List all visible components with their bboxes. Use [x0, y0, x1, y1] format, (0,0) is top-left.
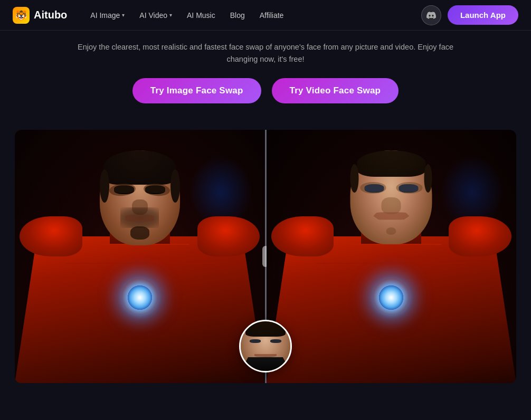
shoulder-right-right [449, 216, 511, 257]
logo[interactable]: 🐯 Aitubo [13, 7, 67, 24]
chevron-down-icon: ▾ [122, 12, 125, 18]
arc-reactor-left [128, 285, 152, 310]
try-video-face-swap-button[interactable]: Try Video Face Swap [272, 78, 399, 103]
cta-buttons: Try Image Face Swap Try Video Face Swap [21, 78, 510, 103]
scene-left [15, 130, 265, 383]
face-shape-left [100, 150, 180, 245]
face-area-left [95, 150, 185, 253]
nav-item-blog[interactable]: Blog [224, 8, 251, 23]
nav-item-ai-music[interactable]: AI Music [181, 8, 222, 23]
swap-source-avatar [239, 320, 292, 373]
try-image-face-swap-button[interactable]: Try Image Face Swap [132, 78, 261, 103]
nav-right: Launch App [421, 5, 518, 25]
nav-item-ai-video[interactable]: AI Video ▾ [133, 8, 178, 23]
shoulder-left-right [271, 216, 334, 257]
demo-original [15, 130, 265, 383]
arc-reactor-right [379, 285, 403, 310]
discord-icon [426, 12, 436, 19]
launch-app-button[interactable]: Launch App [448, 5, 518, 25]
navbar: 🐯 Aitubo AI Image ▾ AI Video ▾ AI Music … [0, 0, 531, 31]
brand-name: Aitubo [34, 9, 67, 21]
face-area-right [346, 150, 437, 252]
discord-button[interactable] [421, 5, 441, 25]
hero-section: Enjoy the clearest, most realistic and f… [0, 31, 531, 116]
nav-item-ai-image[interactable]: AI Image ▾ [84, 8, 131, 23]
chevron-down-icon: ▾ [169, 12, 172, 18]
face-shape-right [350, 150, 432, 244]
demo-swapped [267, 130, 517, 383]
shoulder-left-left [20, 216, 82, 257]
shoulder-right-left [197, 216, 260, 257]
nav-links: AI Image ▾ AI Video ▾ AI Music Blog Affi… [84, 8, 421, 23]
hero-subtitle: Enjoy the clearest, most realistic and f… [65, 41, 466, 65]
scene-right [267, 130, 517, 383]
nav-item-affiliate[interactable]: Affiliate [253, 8, 290, 23]
demo-area [15, 130, 516, 383]
logo-icon: 🐯 [13, 7, 30, 24]
